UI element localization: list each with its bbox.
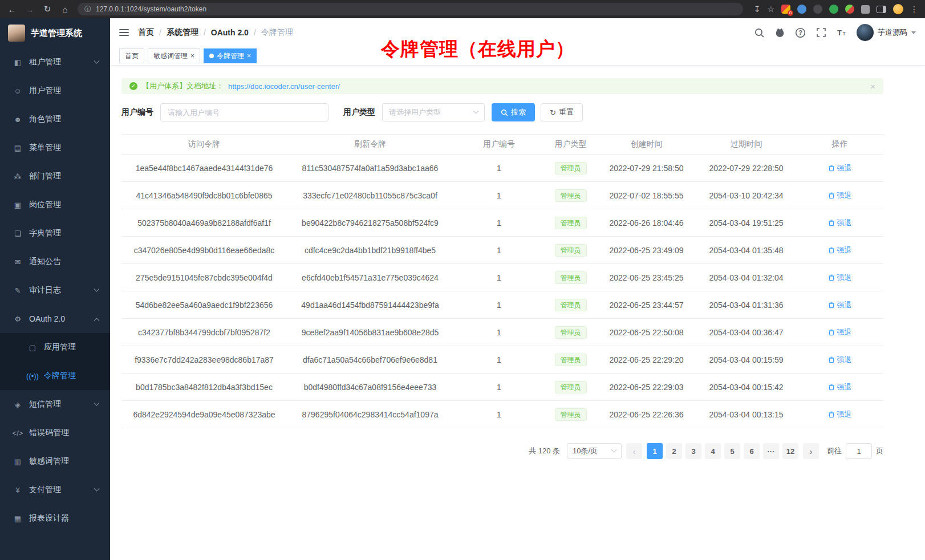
page-button[interactable]: 2 bbox=[666, 443, 682, 459]
force-logout-button[interactable]: 强退 bbox=[828, 218, 852, 228]
sidebar-item-audit[interactable]: ✎ 审计日志 bbox=[0, 276, 110, 305]
access-token-cell: 6d842e2924594de9a09e45e087323abe bbox=[121, 401, 287, 428]
sidebar-item-oauth2-app[interactable]: ▢ 应用管理 bbox=[0, 333, 110, 362]
tab[interactable]: 敏感词管理 × bbox=[148, 48, 200, 63]
fullscreen-icon[interactable] bbox=[816, 27, 826, 38]
page-button[interactable]: 1 bbox=[647, 443, 663, 459]
action-cell: 强退 bbox=[796, 209, 883, 237]
page-button[interactable]: 12 bbox=[782, 443, 798, 459]
extension-icon-2[interactable] bbox=[797, 5, 806, 14]
pager-more-button[interactable]: ··· bbox=[763, 443, 779, 459]
prev-page-button[interactable]: ‹ bbox=[626, 443, 642, 459]
alert-close-icon[interactable]: × bbox=[870, 82, 875, 91]
sidebar-item-role[interactable]: ☻ 角色管理 bbox=[0, 105, 110, 133]
font-size-icon[interactable]: TT bbox=[836, 27, 847, 38]
address-bar[interactable]: ⓘ 127.0.0.1:1024/system/oauth2/token bbox=[78, 3, 743, 15]
tab-close-icon[interactable]: × bbox=[190, 52, 194, 59]
refresh-token-cell: 9ce8ef2aa9f14056b831ae9b608e28d5 bbox=[287, 319, 453, 346]
create-time-cell: 2022-06-26 18:04:46 bbox=[597, 209, 696, 237]
breadcrumb-item[interactable]: / 系统管理 bbox=[154, 27, 198, 38]
collapse-sidebar-icon[interactable] bbox=[119, 27, 129, 38]
app-logo[interactable]: 芋道管理系统 bbox=[0, 18, 110, 48]
tab[interactable]: 令牌管理 × bbox=[204, 48, 257, 63]
force-logout-button[interactable]: 强退 bbox=[828, 409, 852, 420]
refresh-token-cell: cdfc4ce9c2da4bb1bdf21b9918ff4be5 bbox=[287, 237, 453, 264]
sidebar-item-tenant[interactable]: ◧ 租户管理 bbox=[0, 48, 110, 76]
sidebar-item-dict[interactable]: ❏ 字典管理 bbox=[0, 219, 110, 247]
total-count: 共 120 条 bbox=[529, 446, 560, 456]
browser-reload-icon[interactable]: ↻ bbox=[42, 4, 52, 14]
user-type-badge: 管理员 bbox=[555, 217, 587, 229]
browser-chrome: ← → ↻ ⌂ ⓘ 127.0.0.1:1024/system/oauth2/t… bbox=[0, 0, 925, 18]
user-type-select[interactable]: 请选择用户类型 bbox=[382, 103, 485, 121]
sidebar-item-oauth2-token[interactable]: ((•)) 令牌管理 bbox=[0, 362, 110, 390]
browser-home-icon[interactable]: ⌂ bbox=[60, 5, 70, 14]
force-logout-button[interactable]: 强退 bbox=[828, 273, 852, 283]
breadcrumb-item[interactable]: / 令牌管理 bbox=[249, 27, 293, 38]
sidebar-item-sms[interactable]: ◈ 短信管理 bbox=[0, 390, 110, 419]
user-type-badge: 管理员 bbox=[555, 299, 587, 311]
side-panel-icon[interactable] bbox=[877, 6, 886, 13]
reset-button[interactable]: ↻ 重置 bbox=[541, 103, 583, 121]
table-row: 54d6be82ee5a460a9aedc1f9bf223656 49d1aa4… bbox=[121, 291, 883, 319]
page-button[interactable]: 6 bbox=[744, 443, 760, 459]
user-id-input[interactable] bbox=[160, 103, 328, 121]
breadcrumb-item[interactable]: 首页 bbox=[138, 27, 154, 38]
sidebar-item-pay[interactable]: ¥ 支付管理 bbox=[0, 476, 110, 504]
help-icon[interactable]: ? bbox=[795, 27, 806, 38]
force-logout-button[interactable]: 强退 bbox=[828, 355, 852, 365]
browser-forward-icon[interactable]: → bbox=[25, 5, 35, 14]
sidebar-item-user[interactable]: ☺ 用户管理 bbox=[0, 76, 110, 105]
breadcrumb-separator: / bbox=[254, 28, 256, 37]
force-logout-button[interactable]: 强退 bbox=[828, 245, 852, 255]
action-cell: 强退 bbox=[796, 237, 883, 264]
chevron-down-icon bbox=[473, 108, 479, 113]
sidebar-item-oauth2[interactable]: ⚙ OAuth 2.0 bbox=[0, 305, 110, 333]
tab[interactable]: 首页 bbox=[119, 48, 144, 63]
sidebar-item-menu[interactable]: ▤ 菜单管理 bbox=[0, 133, 110, 162]
user-menu[interactable]: 芋道源码 bbox=[857, 24, 916, 41]
force-logout-button[interactable]: 强退 bbox=[828, 382, 852, 392]
sidebar-item-errcode[interactable]: </> 错误码管理 bbox=[0, 419, 110, 447]
search-icon[interactable] bbox=[754, 27, 765, 38]
user-type-placeholder: 请选择用户类型 bbox=[389, 107, 441, 117]
sidebar-item-dept[interactable]: ⁂ 部门管理 bbox=[0, 162, 110, 190]
browser-profile-avatar[interactable] bbox=[893, 4, 903, 14]
pay-yen-icon: ¥ bbox=[11, 486, 24, 494]
breadcrumb-item[interactable]: / OAuth 2.0 bbox=[198, 28, 249, 37]
download-icon[interactable]: ↧ bbox=[754, 5, 761, 14]
page-button[interactable]: 4 bbox=[705, 443, 721, 459]
force-logout-button[interactable]: 强退 bbox=[828, 163, 852, 173]
github-icon[interactable] bbox=[774, 27, 785, 38]
bookmark-star-icon[interactable]: ☆ bbox=[767, 5, 774, 14]
extensions-puzzle-icon[interactable] bbox=[861, 5, 870, 14]
sidebar-item-notice[interactable]: ✉ 通知公告 bbox=[0, 247, 110, 276]
expire-time-cell: 2054-03-04 00:15:42 bbox=[696, 374, 796, 401]
sidebar-item-report[interactable]: ▦ 报表设计器 bbox=[0, 504, 110, 533]
browser-menu-icon[interactable]: ⋮ bbox=[910, 5, 918, 14]
page-button[interactable]: 3 bbox=[685, 443, 701, 459]
browser-back-icon[interactable]: ← bbox=[7, 5, 17, 14]
create-time-cell: 2022-07-29 21:58:50 bbox=[597, 155, 696, 182]
goto-page-input[interactable] bbox=[846, 443, 872, 459]
user-type-cell: 管理员 bbox=[545, 182, 597, 209]
extension-icon-1[interactable]: 0 bbox=[781, 5, 790, 14]
tab-close-icon[interactable]: × bbox=[247, 52, 251, 59]
delete-icon bbox=[828, 220, 835, 226]
page-size-select[interactable]: 10条/页 bbox=[567, 443, 622, 459]
doc-link[interactable]: https://doc.iocoder.cn/user-center/ bbox=[228, 82, 340, 91]
extension-icon-3[interactable] bbox=[813, 5, 822, 14]
site-info-icon[interactable]: ⓘ bbox=[84, 5, 91, 14]
sidebar-item-post[interactable]: ▣ 岗位管理 bbox=[0, 190, 110, 219]
next-page-button[interactable]: › bbox=[803, 443, 819, 459]
extension-icon-4[interactable] bbox=[829, 5, 838, 14]
force-logout-button[interactable]: 强退 bbox=[828, 300, 852, 310]
extension-icon-5[interactable] bbox=[845, 5, 854, 14]
force-logout-button[interactable]: 强退 bbox=[828, 190, 852, 201]
sidebar-item-sensitive[interactable]: ▥ 敏感词管理 bbox=[0, 447, 110, 476]
search-button[interactable]: 搜索 bbox=[492, 103, 535, 121]
create-time-cell: 2022-06-25 22:29:03 bbox=[597, 374, 696, 401]
user-type-cell: 管理员 bbox=[545, 346, 597, 374]
force-logout-button[interactable]: 强退 bbox=[828, 327, 852, 338]
page-button[interactable]: 5 bbox=[724, 443, 740, 459]
